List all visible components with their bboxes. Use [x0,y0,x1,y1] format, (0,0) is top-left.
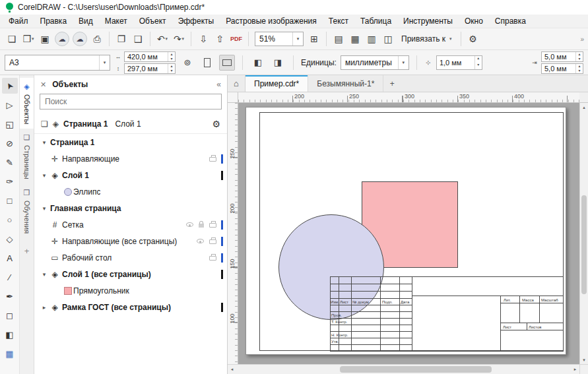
eye-icon[interactable] [186,222,193,227]
layer-color-bar[interactable] [221,154,223,164]
menu-object[interactable]: Объект [133,15,172,28]
docker-tab-learning[interactable]: ❒ Обучения [20,184,34,238]
landscape-button[interactable] [219,55,235,71]
zoom-tool[interactable]: ⊘ [2,135,18,151]
new-document-button[interactable]: ❏ [4,31,20,47]
open-from-cloud-button[interactable]: ☁ [55,32,69,46]
chevron-down-icon[interactable]: ▾ [40,139,49,146]
open-button[interactable]: ❒▾ [20,31,36,47]
collapse-docker-icon[interactable]: « [216,80,221,89]
nudge-distance-field[interactable]: 1,0 мм ▴▾ [436,55,482,70]
publish-pdf-button[interactable]: PDF [228,31,244,47]
scroll-down-icon[interactable]: ▾ [580,356,588,364]
printer-icon[interactable] [209,223,216,228]
stepper[interactable]: ▴▾ [575,64,583,73]
menu-effects[interactable]: Эффекты [172,15,220,28]
artistic-media-tool[interactable]: ✑ [2,173,18,189]
menu-layout[interactable]: Макет [99,15,133,28]
export-button[interactable]: ⇧ [212,31,228,47]
pen-tool[interactable]: ✒ [2,288,18,304]
horizontal-scrollbar[interactable]: ◂ ▸ [228,364,579,374]
text-tool[interactable]: A [2,250,18,266]
menu-tools[interactable]: Инструменты [397,15,459,28]
tree-layer-grid[interactable]: # Сетка [34,216,227,233]
stepper[interactable]: ▴▾ [168,52,175,61]
horizontal-ruler[interactable]: 200 250 300 350 400 [238,92,579,103]
menu-help[interactable]: Справка [489,15,532,28]
printer-icon[interactable] [209,256,216,261]
import-button[interactable]: ⇩ [195,31,211,47]
freehand-tool[interactable]: ✎ [2,154,18,170]
document-tab-untitled[interactable]: Безымянный-1* [308,75,383,92]
layer-color-bar[interactable] [221,220,223,230]
eye-icon[interactable] [197,239,204,243]
show-guidelines-button[interactable]: ▥ [364,31,379,47]
printer-icon[interactable] [209,157,216,162]
menu-view[interactable]: Вид [73,15,99,28]
chevron-down-icon[interactable]: ▾ [99,55,110,70]
layer-color-bar[interactable] [221,270,223,279]
toolbar-overflow-icon[interactable]: » [580,36,584,43]
fullscreen-preview-button[interactable]: ⊞ [306,31,322,47]
chevron-down-icon[interactable]: ▾ [292,32,303,46]
horizontal-scroll-thumb[interactable] [340,366,492,373]
docker-tab-objects[interactable]: ◈ Объекты [20,78,34,129]
chevron-down-icon[interactable]: ▾ [40,271,49,278]
show-rulers-button[interactable]: ▤ [331,31,346,47]
tree-object-ellipse[interactable]: Эллипс [34,183,227,200]
vertical-scrollbar[interactable]: ▴ ▾ [579,103,588,364]
gost-title-block[interactable]: Изм. Лист № докум. Подп. Дата Пров. Т. К… [330,276,564,352]
menu-file[interactable]: Файл [3,15,34,28]
scroll-right-icon[interactable]: ▸ [571,365,579,374]
tree-group-master-page[interactable]: ▾ Главная страница [34,200,227,216]
layer-color-bar[interactable] [221,303,223,312]
page-height-field[interactable]: 297,0 мм ▴▾ [124,63,176,74]
tree-group-page1[interactable]: ▾ Страница 1 [34,134,227,150]
dimension-tool[interactable]: ∕ [2,269,18,285]
print-button[interactable]: ⎙ [89,31,105,47]
ellipse-tool[interactable]: ○ [2,212,18,228]
stepper[interactable]: ▴▾ [575,52,583,61]
vertical-ruler[interactable]: 250 200 150 100 [228,103,238,364]
new-tab-button[interactable]: + [383,75,401,92]
lock-icon[interactable] [199,224,204,228]
paste-button[interactable]: ❐ [114,31,129,47]
menu-edit[interactable]: Правка [34,15,73,28]
layer-color-bar[interactable] [221,171,223,180]
page-size-combo[interactable]: A3 ▾ [5,55,110,71]
copy-button[interactable]: ❑ [130,31,146,47]
tree-object-rectangle[interactable]: Прямоугольник [34,282,227,299]
chevron-down-icon[interactable]: ▾ [398,56,408,69]
page-presets-button[interactable]: ⊚ [180,55,195,71]
layer-color-bar[interactable] [221,253,223,263]
rectangle-tool[interactable]: □ [2,193,18,208]
interactive-fill-tool[interactable]: ◧ [2,327,18,342]
gear-icon[interactable]: ⚙ [212,119,220,129]
color-grid-tool[interactable]: ▦ [2,346,18,361]
scroll-up-icon[interactable]: ▴ [580,103,588,111]
tree-layer-desktop[interactable]: ▭ Рабочий стол [34,249,227,266]
view-mode-icon[interactable]: ❏ [41,119,48,129]
ruler-origin-corner[interactable] [228,92,238,103]
duplicate-y-field[interactable]: 5,0 мм ▴▾ [541,63,583,74]
pick-tool[interactable]: ➤ [2,78,18,94]
stepper[interactable]: ▴▾ [168,64,175,73]
units-combo[interactable]: миллиметры ▾ [341,55,409,70]
chevron-right-icon[interactable]: ▸ [40,304,49,311]
tree-layer-layer1[interactable]: ▾ ◈ Слой 1 [34,167,227,183]
shape-tool[interactable]: ▷ [2,97,18,113]
menu-window[interactable]: Окно [459,15,489,28]
redo-button[interactable]: ↷▾ [171,31,187,47]
duplicate-x-field[interactable]: 5,0 мм ▴▾ [541,51,583,62]
options-button[interactable]: ⚙ [465,31,481,47]
stepper[interactable]: ▴▾ [474,56,482,69]
add-docker-button[interactable]: + [24,246,30,256]
tree-layer-guides[interactable]: ✛ Направляющие [34,150,227,167]
snap-to-button[interactable]: Привязать к ▾ [397,31,457,47]
scroll-left-icon[interactable]: ◂ [228,365,236,374]
printer-icon[interactable] [209,239,216,244]
menu-text[interactable]: Текст [323,15,354,28]
tree-layer-gost-frame[interactable]: ▸ ◈ Рамка ГОСТ (все страницы) [34,299,227,315]
vertical-scroll-thumb[interactable] [581,195,587,294]
docker-tab-pages[interactable]: ❏ Страницы [20,129,34,184]
